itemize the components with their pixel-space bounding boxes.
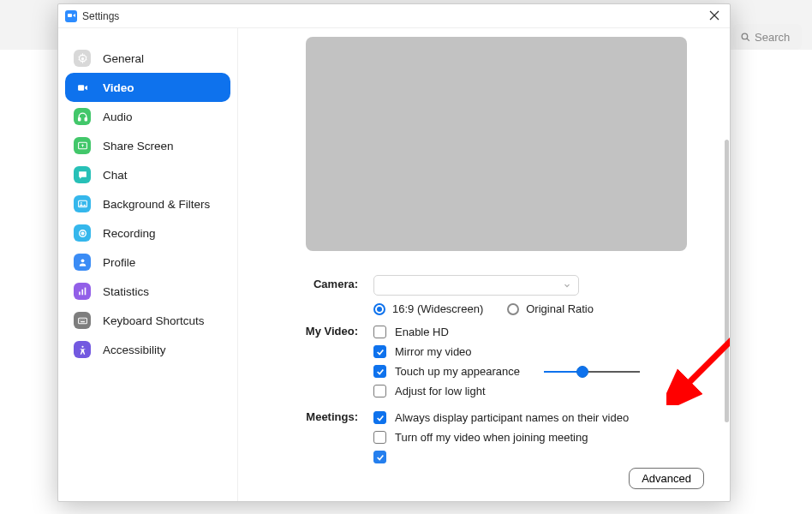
- sidebar-item-chat[interactable]: Chat: [65, 160, 230, 189]
- slider-thumb[interactable]: [576, 366, 588, 378]
- sidebar-item-label: Keyboard Shortcuts: [103, 314, 205, 327]
- myvideo-label: My Video:: [286, 322, 358, 338]
- sidebar-item-sharescreen[interactable]: Share Screen: [65, 131, 230, 160]
- checkbox-label: Adjust for low light: [395, 385, 486, 397]
- accessibility-icon: [74, 341, 91, 358]
- sidebar-item-accessibility[interactable]: Accessibility: [65, 335, 230, 364]
- touchup-slider[interactable]: [544, 371, 640, 373]
- sidebar-item-label: Video: [103, 81, 134, 94]
- sidebar-item-label: Profile: [103, 256, 135, 269]
- sidebar-item-profile[interactable]: Profile: [65, 248, 230, 277]
- search-icon: [740, 32, 751, 43]
- sidebar-item-statistics[interactable]: Statistics: [65, 277, 230, 306]
- always-names-checkbox[interactable]: Always display participant names on thei…: [373, 408, 706, 427]
- camera-label: Camera:: [286, 275, 358, 290]
- window-title: Settings: [82, 10, 119, 22]
- sidebar-item-label: Statistics: [103, 285, 149, 298]
- sidebar-item-video[interactable]: Video: [65, 73, 230, 102]
- checkbox-label: Mirror my video: [395, 345, 472, 358]
- sidebar-item-label: Background & Filters: [103, 198, 210, 211]
- partial-checkbox[interactable]: [373, 447, 706, 467]
- enable-hd-checkbox[interactable]: Enable HD: [373, 322, 706, 342]
- svg-rect-6: [78, 117, 80, 120]
- keyboard-icon: [74, 312, 91, 329]
- share-icon: [74, 137, 91, 154]
- svg-rect-14: [79, 291, 81, 295]
- close-icon: [709, 10, 719, 21]
- sidebar-item-shortcuts[interactable]: Keyboard Shortcuts: [65, 306, 230, 335]
- svg-point-13: [81, 259, 84, 262]
- svg-rect-15: [81, 289, 83, 295]
- sidebar-item-label: Recording: [103, 227, 156, 240]
- camera-icon: [74, 79, 91, 96]
- sidebar-item-background[interactable]: Background & Filters: [65, 189, 230, 218]
- svg-rect-17: [78, 318, 87, 324]
- titlebar: Settings: [58, 4, 730, 28]
- headphones-icon: [74, 108, 91, 125]
- gear-icon: [74, 50, 91, 67]
- checkbox-label: Always display participant names on thei…: [395, 411, 629, 424]
- sidebar-item-recording[interactable]: Recording: [65, 218, 230, 248]
- sidebar-item-audio[interactable]: Audio: [65, 102, 230, 131]
- lowlight-checkbox[interactable]: Adjust for low light: [373, 381, 706, 401]
- sidebar-item-label: Accessibility: [103, 344, 166, 356]
- image-icon: [74, 195, 91, 212]
- ratio-169-radio[interactable]: 16:9 (Widescreen): [373, 302, 483, 315]
- chat-icon: [74, 166, 91, 183]
- turnoff-join-checkbox[interactable]: Turn off my video when joining meeting: [373, 427, 706, 447]
- record-icon: [74, 224, 91, 242]
- camera-select[interactable]: [373, 275, 579, 296]
- search-placeholder: Search: [755, 31, 790, 44]
- sidebar-item-general[interactable]: General: [65, 44, 230, 73]
- svg-rect-7: [85, 117, 87, 120]
- meetings-label: Meetings:: [286, 408, 358, 423]
- settings-sidebar: General Video Audio Share Screen: [58, 28, 238, 501]
- sidebar-item-label: General: [103, 52, 144, 65]
- svg-point-0: [742, 33, 748, 39]
- svg-point-22: [81, 345, 83, 347]
- checkbox-label: Touch up my appearance: [395, 365, 520, 378]
- svg-rect-16: [84, 287, 86, 295]
- ratio-original-radio[interactable]: Original Ratio: [507, 302, 594, 315]
- chevron-down-icon: [563, 281, 571, 290]
- sidebar-item-label: Audio: [103, 111, 133, 123]
- settings-content: Camera: 16:9 (Widescreen) Original Ratio: [238, 28, 730, 501]
- profile-icon: [74, 254, 91, 271]
- touchup-checkbox[interactable]: Touch up my appearance: [373, 362, 706, 381]
- sidebar-item-label: Share Screen: [103, 140, 174, 152]
- settings-modal: Settings General Video: [57, 3, 731, 502]
- svg-point-4: [81, 57, 83, 59]
- app-icon: [65, 10, 77, 22]
- background-search-field[interactable]: Search: [733, 24, 802, 50]
- close-button[interactable]: [706, 9, 723, 23]
- advanced-button[interactable]: Advanced: [629, 468, 704, 489]
- checkbox-label: Enable HD: [395, 326, 449, 338]
- radio-label: Original Ratio: [526, 302, 594, 315]
- svg-point-12: [81, 232, 84, 235]
- svg-line-1: [747, 39, 749, 41]
- stats-icon: [74, 283, 91, 300]
- video-preview: [306, 37, 687, 251]
- radio-label: 16:9 (Widescreen): [392, 302, 483, 315]
- scroll-indicator[interactable]: [725, 140, 729, 422]
- svg-rect-5: [78, 85, 84, 91]
- svg-point-10: [81, 202, 82, 204]
- sidebar-item-label: Chat: [103, 169, 128, 182]
- checkbox-label: Turn off my video when joining meeting: [395, 431, 588, 444]
- mirror-checkbox[interactable]: Mirror my video: [373, 342, 706, 362]
